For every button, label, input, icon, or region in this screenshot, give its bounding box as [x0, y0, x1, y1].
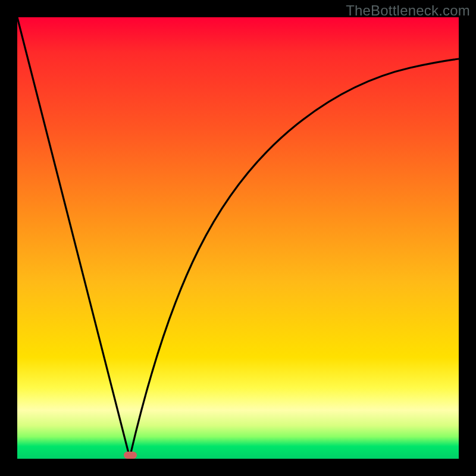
watermark-text: TheBottleneck.com	[346, 2, 470, 19]
bottleneck-curve	[17, 17, 459, 459]
curve-right-branch	[130, 59, 459, 458]
plot-area	[17, 17, 459, 459]
minimum-marker	[124, 452, 137, 459]
curve-left-branch	[17, 17, 130, 458]
chart-frame: TheBottleneck.com	[0, 0, 476, 476]
